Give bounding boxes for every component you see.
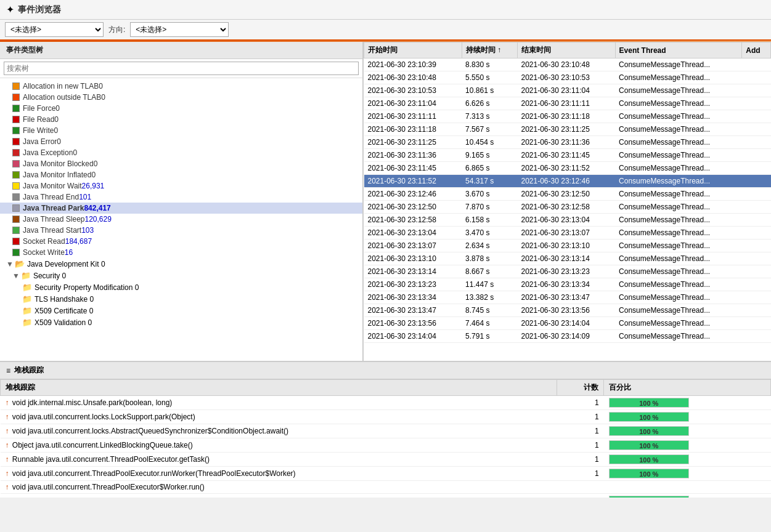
folder-item[interactable]: ▼ 📁Security 0: [0, 270, 362, 281]
stack-row[interactable]: ↑ Runnable java.util.concurrent.ThreadPo…: [1, 453, 771, 467]
cell-duration: 8.830 s: [462, 58, 517, 71]
table-row[interactable]: 2021-06-30 23:10:485.550 s2021-06-30 23:…: [364, 71, 771, 84]
table-row[interactable]: 2021-06-30 23:10:398.830 s2021-06-30 23:…: [364, 58, 771, 71]
col-percent[interactable]: 百分比: [604, 380, 771, 396]
stack-table-body: ↑ void jdk.internal.misc.Unsafe.park(boo…: [1, 396, 771, 498]
stack-row[interactable]: ↑ void java.lang.Thread.run()1100 %: [1, 494, 771, 498]
tree-item[interactable]: File Write 0: [0, 125, 362, 136]
cell-end: 2021-06-30 23:14:09: [517, 330, 615, 343]
tree-item-label: File Force: [23, 104, 55, 113]
table-row[interactable]: 2021-06-30 23:12:507.870 s2021-06-30 23:…: [364, 201, 771, 214]
table-row[interactable]: 2021-06-30 23:12:463.670 s2021-06-30 23:…: [364, 188, 771, 201]
stack-row[interactable]: ↑ void java.util.concurrent.ThreadPoolEx…: [1, 481, 771, 494]
tree-item[interactable]: Allocation in new TLAB 0: [0, 81, 362, 92]
table-row[interactable]: 2021-06-30 23:14:045.791 s2021-06-30 23:…: [364, 330, 771, 343]
table-row[interactable]: 2021-06-30 23:11:369.165 s2021-06-30 23:…: [364, 149, 771, 162]
up-arrow-icon: ↑: [6, 455, 11, 464]
cell-thread: ConsumeMessageThread...: [615, 71, 742, 84]
cell-end: 2021-06-30 23:14:04: [517, 317, 615, 330]
tree-item[interactable]: Java Monitor Inflated 0: [0, 169, 362, 180]
bottom-panel: ≡ 堆栈跟踪 堆栈跟踪 计数 百分比 ↑ void jdk.internal.m…: [0, 362, 771, 498]
left-panel: 事件类型树 Allocation in new TLAB 0Allocation…: [0, 42, 364, 361]
cell-end: 2021-06-30 23:12:58: [517, 201, 615, 214]
stack-row[interactable]: ↑ void java.util.concurrent.locks.Abstra…: [1, 424, 771, 438]
tree-item-label: Java Thread End: [23, 193, 79, 201]
table-row[interactable]: 2021-06-30 23:13:567.464 s2021-06-30 23:…: [364, 317, 771, 330]
tree-item[interactable]: Java Monitor Wait 26,931: [0, 180, 362, 191]
table-row[interactable]: 2021-06-30 23:11:187.567 s2021-06-30 23:…: [364, 123, 771, 136]
table-row[interactable]: 2021-06-30 23:13:478.745 s2021-06-30 23:…: [364, 304, 771, 317]
col-start-time[interactable]: 开始时间: [364, 42, 462, 58]
count-cell: 1: [557, 467, 604, 481]
col-stack-trace[interactable]: 堆栈跟踪: [1, 380, 557, 396]
cell-start: 2021-06-30 23:13:07: [364, 240, 462, 252]
tree-item[interactable]: Socket Write 16: [0, 247, 362, 258]
cell-end: 2021-06-30 23:12:46: [517, 175, 615, 188]
cell-start: 2021-06-30 23:10:48: [364, 71, 462, 84]
app-title: 事件浏览器: [18, 4, 61, 15]
table-row[interactable]: 2021-06-30 23:13:3413.382 s2021-06-30 23…: [364, 291, 771, 304]
folder-item[interactable]: 📁TLS Handshake 0: [0, 293, 362, 305]
tree-item[interactable]: Java Thread End 101: [0, 191, 362, 203]
table-row[interactable]: 2021-06-30 23:13:043.470 s2021-06-30 23:…: [364, 227, 771, 240]
tree-item[interactable]: Java Error 0: [0, 136, 362, 147]
event-color-box: [12, 193, 20, 201]
cell-start: 2021-06-30 23:12:50: [364, 201, 462, 214]
tree-item[interactable]: File Force 0: [0, 103, 362, 114]
col-end-time[interactable]: 结束时间: [517, 42, 615, 58]
stack-row[interactable]: ↑ Object java.util.concurrent.LinkedBloc…: [1, 438, 771, 453]
event-color-box: [12, 204, 20, 212]
cell-end: 2021-06-30 23:11:04: [517, 84, 615, 97]
cell-start: 2021-06-30 23:11:18: [364, 123, 462, 136]
source-select[interactable]: <未选择>: [5, 22, 104, 37]
table-row[interactable]: 2021-06-30 23:11:117.313 s2021-06-30 23:…: [364, 110, 771, 123]
tree-item[interactable]: Java Thread Park 842,417: [0, 203, 362, 214]
col-duration[interactable]: 持续时间: [462, 42, 517, 58]
cell-end: 2021-06-30 23:11:52: [517, 162, 615, 175]
stack-row[interactable]: ↑ void java.util.concurrent.ThreadPoolEx…: [1, 467, 771, 481]
table-row[interactable]: 2021-06-30 23:11:046.626 s2021-06-30 23:…: [364, 97, 771, 110]
tree-item[interactable]: Java Monitor Blocked 0: [0, 158, 362, 169]
cell-add: [742, 330, 771, 343]
col-count[interactable]: 计数: [557, 380, 604, 396]
tree-item[interactable]: Java Exception 0: [0, 147, 362, 158]
tree-item[interactable]: Allocation outside TLAB 0: [0, 92, 362, 103]
tree-item[interactable]: File Read 0: [0, 114, 362, 125]
table-row[interactable]: 2021-06-30 23:11:2510.454 s2021-06-30 23…: [364, 136, 771, 149]
stack-icon: ≡: [6, 366, 10, 375]
table-row[interactable]: 2021-06-30 23:13:103.878 s2021-06-30 23:…: [364, 252, 771, 265]
cell-duration: 5.550 s: [462, 71, 517, 84]
folder-item[interactable]: 📁X509 Certificate 0: [0, 305, 362, 316]
percent-cell: [604, 481, 771, 494]
search-input[interactable]: [4, 62, 359, 75]
tree-item[interactable]: Java Thread Sleep 120,629: [0, 214, 362, 225]
folder-item[interactable]: 📁X509 Validation 0: [0, 316, 362, 328]
table-row[interactable]: 2021-06-30 23:10:5310.861 s2021-06-30 23…: [364, 84, 771, 97]
up-arrow-icon: ↑: [6, 427, 11, 435]
tree-item[interactable]: Java Thread Start 103: [0, 225, 362, 236]
cell-start: 2021-06-30 23:13:47: [364, 304, 462, 317]
stack-cell: ↑ Object java.util.concurrent.LinkedBloc…: [1, 438, 557, 453]
left-panel-title: 事件类型树: [0, 42, 362, 59]
cell-end: 2021-06-30 23:12:50: [517, 188, 615, 201]
direction-select[interactable]: <未选择>: [130, 22, 229, 37]
table-row[interactable]: 2021-06-30 23:11:5254.317 s2021-06-30 23…: [364, 175, 771, 188]
table-row[interactable]: 2021-06-30 23:12:586.158 s2021-06-30 23:…: [364, 214, 771, 227]
tree-item[interactable]: Socket Read 184,687: [0, 236, 362, 247]
stack-row[interactable]: ↑ void jdk.internal.misc.Unsafe.park(boo…: [1, 396, 771, 410]
folder-item[interactable]: 📁Security Property Modification 0: [0, 281, 362, 293]
cell-start: 2021-06-30 23:13:10: [364, 252, 462, 265]
folder-item[interactable]: ▼ 📂Java Development Kit 0: [0, 258, 362, 270]
stack-row[interactable]: ↑ void java.util.concurrent.locks.LockSu…: [1, 410, 771, 424]
cell-duration: 2.634 s: [462, 240, 517, 252]
table-row[interactable]: 2021-06-30 23:13:148.667 s2021-06-30 23:…: [364, 265, 771, 278]
tree-item-label: Java Monitor Wait: [23, 182, 82, 190]
table-row[interactable]: 2021-06-30 23:11:456.865 s2021-06-30 23:…: [364, 162, 771, 175]
col-event-thread[interactable]: Event Thread: [615, 42, 742, 58]
cell-duration: 54.317 s: [462, 175, 517, 188]
table-row[interactable]: 2021-06-30 23:13:072.634 s2021-06-30 23:…: [364, 240, 771, 252]
cell-add: [742, 240, 771, 252]
col-add[interactable]: Add: [742, 42, 771, 58]
table-row[interactable]: 2021-06-30 23:13:2311.447 s2021-06-30 23…: [364, 278, 771, 291]
cell-add: [742, 123, 771, 136]
